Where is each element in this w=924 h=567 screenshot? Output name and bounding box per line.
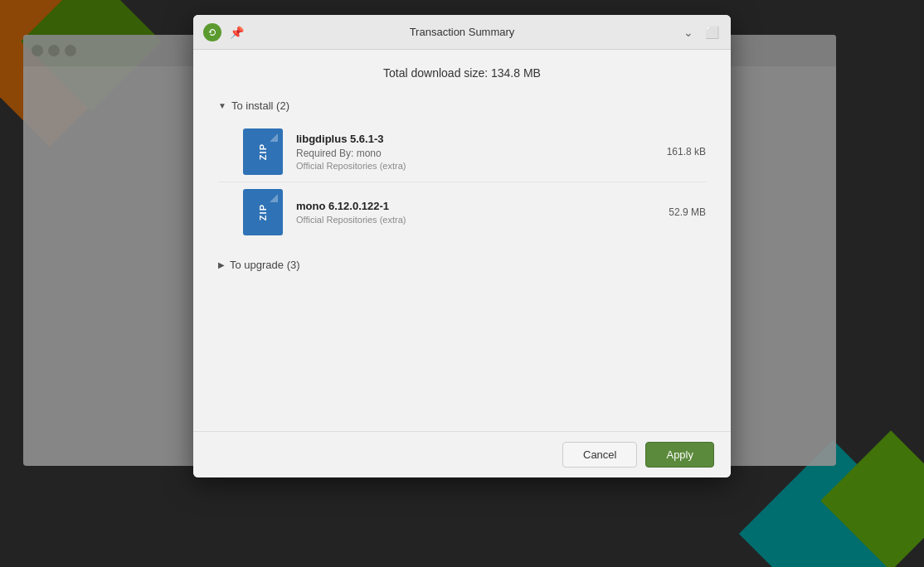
titlebar-controls: ⌄ ⬜: [679, 23, 721, 41]
maximize-button[interactable]: ⬜: [703, 23, 721, 41]
package-name-libgdiplus: libgdiplus 5.6.1-3: [296, 133, 635, 145]
transaction-summary-dialog: 📌 Transaction Summary ⌄ ⬜ Total download…: [193, 15, 731, 477]
dialog-body: Total download size: 134.8 MB ▼ To insta…: [193, 50, 731, 431]
package-required-libgdiplus: Required By: mono: [296, 148, 635, 159]
package-info-libgdiplus: libgdiplus 5.6.1-3 Required By: mono Off…: [296, 133, 635, 171]
refresh-icon: [203, 23, 221, 41]
install-section-label: To install (2): [231, 99, 289, 112]
table-row: ZIP mono 6.12.0.122-1 Official Repositor…: [218, 182, 706, 242]
package-size-mono: 52.9 MB: [648, 206, 706, 218]
package-icon-mono: ZIP: [243, 189, 283, 235]
package-size-libgdiplus: 161.8 kB: [648, 146, 706, 158]
upgrade-section-arrow: ▶: [218, 260, 225, 269]
total-download-size: Total download size: 134.8 MB: [218, 66, 706, 80]
upgrade-section-header[interactable]: ▶ To upgrade (3): [218, 259, 706, 271]
pin-icon[interactable]: 📌: [230, 26, 244, 39]
table-row: ZIP libgdiplus 5.6.1-3 Required By: mono…: [218, 122, 706, 182]
modal-overlay: 📌 Transaction Summary ⌄ ⬜ Total download…: [0, 0, 924, 567]
package-repo-libgdiplus: Official Repositories (extra): [296, 161, 635, 171]
install-section-header[interactable]: ▼ To install (2): [218, 99, 706, 112]
install-packages-list: ZIP libgdiplus 5.6.1-3 Required By: mono…: [218, 122, 706, 242]
zip-icon-mono: ZIP: [258, 204, 268, 220]
dialog-footer: Cancel Apply: [193, 431, 731, 477]
cancel-button[interactable]: Cancel: [562, 442, 637, 468]
package-name-mono: mono 6.12.0.122-1: [296, 200, 635, 212]
apply-button[interactable]: Apply: [645, 442, 714, 468]
package-repo-mono: Official Repositories (extra): [296, 215, 635, 225]
install-section-arrow: ▼: [218, 101, 226, 110]
package-icon-libgdiplus: ZIP: [243, 128, 283, 175]
dialog-title: Transaction Summary: [410, 26, 515, 38]
upgrade-section-label: To upgrade (3): [230, 259, 300, 271]
zip-icon: ZIP: [258, 143, 268, 160]
package-info-mono: mono 6.12.0.122-1 Official Repositories …: [296, 200, 635, 225]
minimize-button[interactable]: ⌄: [679, 23, 698, 41]
dialog-titlebar: 📌 Transaction Summary ⌄ ⬜: [193, 15, 731, 50]
